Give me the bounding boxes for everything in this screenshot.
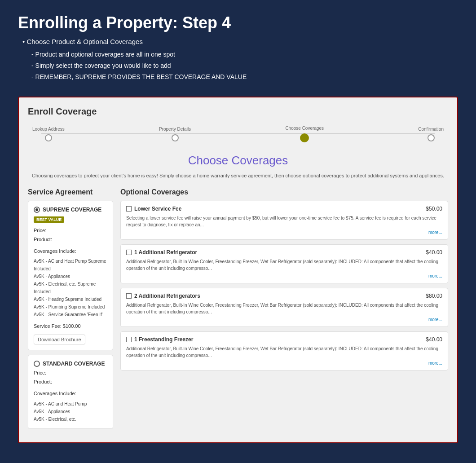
coverage-item-4: Av5K - Heating Supreme Included: [34, 295, 107, 303]
optional-item-0: Lower Service Fee $50.00 Selecting a low…: [120, 201, 448, 240]
step-lookup-dot: [45, 134, 52, 141]
optional-item-2-name: 2 Additional Refrigerators: [134, 293, 200, 299]
step-property-dot: [172, 134, 179, 141]
optional-item-1-header: 1 Additional Refrigerator $40.00: [126, 249, 442, 256]
step-property-label: Property Details: [159, 127, 191, 132]
optional-item-0-title-wrap: Lower Service Fee: [126, 206, 181, 212]
standard-coverages-list: Av5K - AC and Heat Pump Av5K - Appliance…: [34, 400, 107, 423]
standard-coverage-title-row: STANDARD COVERAGE: [34, 361, 107, 367]
optional-item-2-checkbox[interactable]: [126, 293, 132, 299]
optional-item-2-header: 2 Additional Refrigerators $80.00: [126, 293, 442, 299]
enroll-coverage-card: Enroll Coverage Lookup Address Property …: [18, 97, 458, 443]
optional-item-1-checkbox[interactable]: [126, 250, 132, 255]
optional-item-1: 1 Additional Refrigerator $40.00 Additio…: [120, 244, 448, 283]
standard-radio[interactable]: [34, 361, 40, 367]
step-coverages-dot: [300, 133, 309, 142]
coverage-columns: Service Agreement SUPREME COVERAGE BEST …: [28, 188, 448, 433]
supreme-coverages-label: Coverages Include:: [34, 247, 107, 256]
choose-coverages-title: Choose Coverages: [28, 154, 448, 168]
best-value-badge: BEST VALUE: [34, 216, 64, 223]
step-lookup: Lookup Address: [32, 127, 65, 141]
header-section: Enrolling a Property: Step 4 • Choose Pr…: [0, 0, 476, 97]
step-lookup-label: Lookup Address: [32, 127, 65, 132]
std-coverage-item-3: Av5K - Electrical, etc.: [34, 415, 107, 423]
service-agreement-column: Service Agreement SUPREME COVERAGE BEST …: [28, 188, 113, 433]
sub-bullets: - Product and optional coverages are all…: [31, 49, 458, 83]
optional-coverages-col-title: Optional Coverages: [120, 188, 448, 196]
optional-coverages-column: Optional Coverages Lower Service Fee $50…: [120, 188, 448, 375]
main-bullet: • Choose Product & Optional Coverages: [22, 38, 458, 45]
supreme-price-label: Price:: [34, 226, 107, 235]
optional-item-2-more[interactable]: more...: [126, 317, 442, 322]
optional-item-0-name: Lower Service Fee: [134, 206, 181, 212]
supreme-coverage-card[interactable]: SUPREME COVERAGE BEST VALUE Price: Produ…: [28, 201, 113, 350]
optional-item-2-price: $80.00: [426, 293, 442, 299]
progress-steps: Lookup Address Property Details Choose C…: [28, 126, 448, 142]
choose-coverages-desc: Choosing coverages to protect your clien…: [28, 172, 448, 180]
optional-item-0-desc: Selecting a lower service fee will raise…: [126, 215, 442, 228]
optional-item-0-more[interactable]: more...: [126, 230, 442, 235]
optional-item-3-name: 1 Freestanding Freezer: [134, 336, 193, 343]
standard-coverage-name: STANDARD COVERAGE: [43, 361, 105, 367]
sub-bullet-2: - Simply select the coverage you would l…: [31, 60, 458, 71]
optional-item-3-desc: Additional Refrigerator, Built-In Wine C…: [126, 345, 442, 359]
optional-item-3-checkbox[interactable]: [126, 337, 132, 342]
optional-item-1-more[interactable]: more...: [126, 273, 442, 278]
coverage-item-2: Av5K - Appliances: [34, 273, 107, 280]
standard-coverage-card[interactable]: STANDARD COVERAGE Price: Product: Covera…: [28, 355, 113, 428]
optional-item-1-desc: Additional Refrigerator, Built-In Wine C…: [126, 258, 442, 272]
service-fee: Service Fee: $100.00: [34, 322, 107, 331]
sub-bullet-1: - Product and optional coverages are all…: [31, 49, 458, 60]
optional-item-3-header: 1 Freestanding Freezer $40.00: [126, 336, 442, 343]
optional-item-1-title-wrap: 1 Additional Refrigerator: [126, 249, 197, 256]
std-coverage-item-1: Av5K - AC and Heat Pump: [34, 400, 107, 408]
supreme-coverage-title-row: SUPREME COVERAGE: [34, 207, 107, 213]
standard-product-label: Product:: [34, 378, 107, 387]
supreme-coverage-name: SUPREME COVERAGE: [43, 207, 101, 213]
download-brochure-button[interactable]: Download Brochure: [34, 335, 85, 344]
step-confirmation-label: Confirmation: [418, 127, 444, 132]
step-confirmation-dot: [428, 134, 435, 141]
optional-item-0-price: $50.00: [426, 206, 442, 212]
step-coverages: Choose Coverages: [285, 126, 324, 142]
coverage-item-5: Av5K - Plumbing Supreme Included: [34, 303, 107, 311]
optional-item-3-title-wrap: 1 Freestanding Freezer: [126, 336, 193, 343]
step-coverages-label: Choose Coverages: [285, 126, 324, 131]
optional-item-2-desc: Additional Refrigerator, Built-In Wine C…: [126, 302, 442, 315]
optional-item-2: 2 Additional Refrigerators $80.00 Additi…: [120, 288, 448, 327]
optional-item-2-title-wrap: 2 Additional Refrigerators: [126, 293, 200, 299]
bullet-dot: •: [22, 38, 26, 45]
supreme-product-label: Product:: [34, 235, 107, 244]
optional-item-3: 1 Freestanding Freezer $40.00 Additional…: [120, 331, 448, 370]
std-coverage-item-2: Av5K - Appliances: [34, 408, 107, 415]
coverage-item-3: Av5K - Electrical, etc. Supreme Included: [34, 280, 107, 295]
supreme-radio[interactable]: [34, 207, 40, 213]
sub-bullet-3: - REMEMBER, SUPREME PROVIDES THE BEST CO…: [31, 71, 458, 83]
optional-item-1-name: 1 Additional Refrigerator: [134, 249, 197, 256]
coverage-item-6: Av5K - Service Guarantee 'Even If': [34, 311, 107, 318]
optional-item-3-price: $40.00: [426, 336, 442, 343]
supreme-coverages-list: Av5K - AC and Heat Pump Supreme Included…: [34, 257, 107, 318]
card-title: Enroll Coverage: [28, 106, 448, 117]
step-property: Property Details: [159, 127, 191, 141]
standard-coverages-label: Coverages Include:: [34, 389, 107, 398]
optional-item-0-header: Lower Service Fee $50.00: [126, 206, 442, 212]
optional-item-3-more[interactable]: more...: [126, 361, 442, 366]
service-agreement-col-title: Service Agreement: [28, 188, 113, 196]
optional-item-0-checkbox[interactable]: [126, 206, 132, 212]
optional-item-1-price: $40.00: [426, 249, 442, 256]
coverage-item-1: Av5K - AC and Heat Pump Supreme Included: [34, 257, 107, 273]
page-title: Enrolling a Property: Step 4: [18, 13, 458, 32]
progress-line: [41, 133, 435, 134]
standard-price-label: Price:: [34, 369, 107, 378]
step-confirmation: Confirmation: [418, 127, 444, 141]
